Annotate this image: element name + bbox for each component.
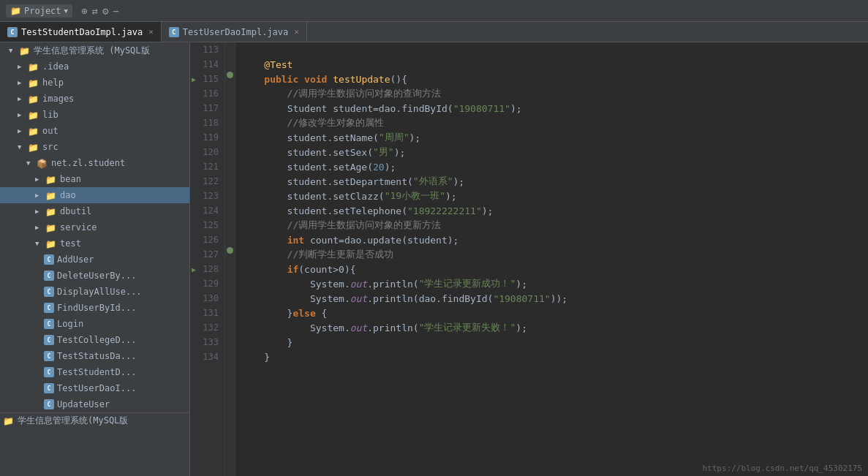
- sidebar-item-displayalluse[interactable]: C DisplayAllUse...: [0, 284, 189, 300]
- adduser-label: AddUser: [57, 254, 94, 265]
- sp2-115: [327, 74, 333, 85]
- code-line-126: int count=dao.update(student);: [241, 233, 868, 247]
- sidebar-item-images[interactable]: ▶ 📁 images: [0, 91, 189, 107]
- sidebar-item-service[interactable]: ▶ 📁 service: [0, 219, 189, 235]
- code-line-123: student.setClazz( "19小教一班" );: [241, 189, 868, 203]
- sidebar-item-lib[interactable]: ▶ 📁 lib: [0, 107, 189, 123]
- code-line-121: student.setAge( 20 );: [241, 159, 868, 174]
- line-129: 129: [190, 276, 224, 291]
- sidebar-item-dao[interactable]: ▶ 📁 dao: [0, 187, 189, 203]
- deleteuserby-label: DeleteUserBy...: [57, 271, 136, 281]
- indent-120: student.setSex(: [241, 147, 373, 158]
- out-kw-129: out: [350, 279, 367, 290]
- idea-label: .idea: [42, 61, 69, 72]
- sidebar-item-deleteuserby[interactable]: C DeleteUserBy...: [0, 268, 189, 284]
- indent-119: student.setName(: [241, 132, 379, 143]
- line-117: 117: [190, 101, 224, 116]
- println-130: .println(dao.findById(: [367, 293, 493, 304]
- code-line-127: //判断学生更新是否成功: [241, 247, 868, 262]
- kw-public-115: public: [264, 74, 298, 85]
- str-name: "周周": [379, 131, 410, 144]
- tab-close-2[interactable]: ×: [294, 27, 299, 37]
- sidebar-item-testuserdaoi[interactable]: C TestUserDaoI...: [0, 380, 189, 396]
- num-20: 20: [373, 162, 385, 173]
- folder-icon-dao: 📁: [45, 191, 57, 200]
- tab-testuserdaoimpl[interactable]: C TestUserDaoImpl.java ×: [162, 22, 307, 42]
- sidebar-item-login[interactable]: C Login: [0, 316, 189, 332]
- images-label: images: [42, 94, 74, 104]
- kw-int: int: [287, 235, 304, 246]
- semi-124: );: [482, 205, 494, 216]
- indent-123: student.setClazz(: [241, 191, 385, 202]
- comment-127: //判断学生更新是否成功: [241, 248, 393, 261]
- sidebar-item-dbutil[interactable]: ▶ 📁 dbutil: [0, 203, 189, 219]
- annotation-test: @Test: [241, 59, 293, 70]
- code-line-115: public void testUpdate (){: [241, 72, 868, 86]
- line-126: 126: [190, 233, 224, 247]
- root-label: 学生信息管理系统 (MySQL版: [34, 45, 150, 57]
- expand-arrow-dao: ▶: [35, 192, 45, 199]
- code-line-117: Student student=dao.findById( "19080711"…: [241, 101, 868, 116]
- sidebar-item-src[interactable]: ▼ 📁 src: [0, 139, 189, 155]
- file-icon-login: C: [44, 319, 54, 329]
- folder-icon-out: 📁: [28, 126, 39, 136]
- indent-132: System.: [241, 322, 350, 333]
- gear-icon[interactable]: ⚙: [102, 5, 108, 17]
- indent-130: System.: [241, 293, 350, 304]
- project-selector[interactable]: 📁 Project ▼: [6, 4, 72, 18]
- tab-teststudentdaoimpl[interactable]: C TestStudentDaoImpl.java ×: [0, 22, 162, 42]
- sidebar-item-bean[interactable]: ▶ 📁 bean: [0, 171, 189, 187]
- expand-arrow-out: ▶: [18, 127, 28, 135]
- sidebar-item-out[interactable]: ▶ 📁 out: [0, 123, 189, 139]
- semi-120: );: [394, 147, 406, 158]
- tab-close-1[interactable]: ×: [148, 27, 154, 37]
- expand-arrow-bean: ▶: [35, 175, 45, 183]
- comment-116: //调用学生数据访问对象的查询方法: [241, 87, 441, 100]
- code-line-134: }: [241, 350, 868, 364]
- out-kw-130: out: [350, 293, 367, 304]
- login-label: Login: [57, 319, 83, 329]
- expand-arrow-src: ▼: [18, 143, 28, 151]
- indent-121: student.setAge(: [241, 162, 373, 173]
- code-line-128: if (count>0){: [241, 262, 868, 276]
- file-icon-displayalluse: C: [44, 287, 54, 297]
- comment-125: //调用学生数据访问对象的更新方法: [241, 219, 441, 232]
- teststatusda-label: TestStatusDa...: [57, 351, 136, 361]
- file-icon-testuserdaoi: C: [44, 383, 54, 393]
- sidebar-item-package[interactable]: ▼ 📦 net.zl.student: [0, 155, 189, 171]
- sidebar-item-root[interactable]: ▼ 📁 学生信息管理系统 (MySQL版: [0, 42, 189, 58]
- sidebar-item-teststatusda[interactable]: C TestStatusDa...: [0, 348, 189, 364]
- split-icon[interactable]: ⇄: [91, 5, 97, 17]
- sidebar-item-idea[interactable]: ▶ 📁 .idea: [0, 58, 189, 75]
- str-sex: "男": [373, 146, 394, 159]
- code-line-122: student.setDepartment( "外语系" );: [241, 174, 868, 189]
- folder-icon-idea: 📁: [28, 62, 39, 72]
- expand-arrow-lib: ▶: [18, 111, 28, 118]
- sidebar-item-finduserbyid[interactable]: C FindUserById...: [0, 300, 189, 316]
- sidebar-item-testcolleged[interactable]: C TestCollegeD...: [0, 332, 189, 348]
- code-editor[interactable]: 113 114 ▶115 116 117 118 119 120 121 122…: [190, 42, 868, 476]
- test-label: test: [60, 238, 81, 249]
- sidebar-item-teststudentd[interactable]: C TestStudentD...: [0, 364, 189, 380]
- code-content: @Test public void testUpdate (){ //调用学生数…: [235, 42, 868, 476]
- str-dept: "外语系": [413, 175, 453, 188]
- indent-126: [241, 235, 287, 246]
- sidebar-item-help[interactable]: ▶ 📁 help: [0, 75, 189, 91]
- folder-icon-service: 📁: [45, 223, 57, 233]
- expand-arrow-service: ▶: [35, 224, 45, 231]
- sidebar-item-test[interactable]: ▼ 📁 test: [0, 235, 189, 252]
- globe-icon[interactable]: ⊕: [81, 5, 87, 17]
- code-line-113: [241, 42, 868, 57]
- file-icon-teststatusda: C: [44, 351, 54, 361]
- line-113: 113: [190, 42, 224, 57]
- indent-122: student.setDepartment(: [241, 176, 413, 187]
- expand-arrow-test: ▼: [35, 240, 45, 247]
- line-122: 122: [190, 174, 224, 189]
- sp1-115: [298, 74, 304, 85]
- sidebar-item-adduser[interactable]: C AddUser: [0, 252, 189, 268]
- expand-arrow-images: ▶: [18, 95, 28, 102]
- minus-icon[interactable]: −: [113, 5, 118, 17]
- gutter-marker-128: [227, 247, 233, 254]
- sidebar-item-updateuser[interactable]: C UpdateUser: [0, 396, 189, 412]
- indent-124: student.setTelephone(: [241, 205, 407, 216]
